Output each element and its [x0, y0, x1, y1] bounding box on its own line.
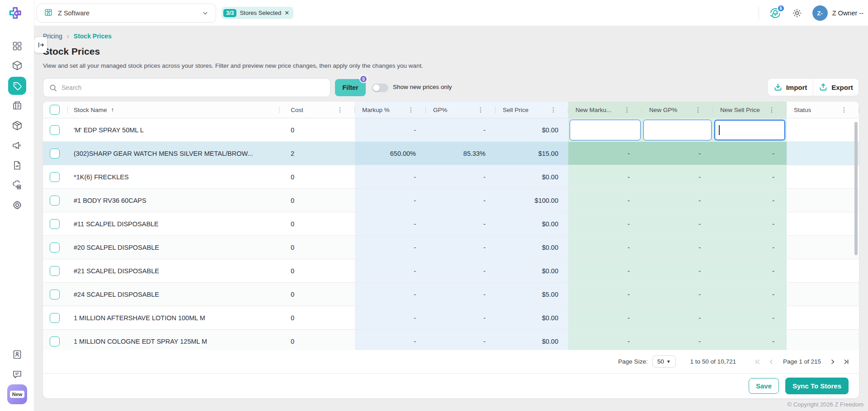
row-checkbox[interactable] — [50, 172, 60, 182]
register-icon[interactable] — [12, 100, 23, 111]
table-row[interactable]: #1 BODY RV36 60CAPS0--$100.00--- — [43, 189, 859, 212]
table-row[interactable]: 1 MILLION COLOGNE EDT SPRAY 125ML M0--$0… — [43, 330, 859, 350]
table-header: Stock Name↑ Cost⋮ Markup %⋮ GP%⋮ Sell Pr… — [43, 102, 859, 118]
dashboard-grid-icon[interactable] — [12, 41, 23, 51]
table-row[interactable]: 1 MILLION AFTERSHAVE LOTION 100ML M0--$0… — [43, 306, 859, 330]
reports-file-icon[interactable] — [12, 160, 23, 171]
column-header-new-gp[interactable]: New GP%⋮ — [642, 102, 713, 118]
contacts-card-icon[interactable] — [12, 349, 23, 360]
cell-sell-price: $15.00 — [495, 142, 568, 165]
cell-cost: 0 — [279, 236, 355, 259]
row-checkbox[interactable] — [50, 313, 60, 323]
settings-gear-icon[interactable] — [12, 200, 23, 210]
search-input[interactable] — [61, 84, 325, 91]
show-new-prices-toggle[interactable] — [372, 84, 388, 92]
column-menu-icon[interactable]: ⋮ — [624, 107, 630, 113]
cell-new-markup: - — [568, 306, 642, 329]
column-header-markup[interactable]: Markup %⋮ — [355, 102, 426, 118]
packages-cube-icon[interactable] — [12, 120, 23, 131]
cell-new-markup-input[interactable] — [570, 120, 641, 140]
row-checkbox[interactable] — [50, 149, 60, 159]
page-size-select[interactable]: 50 ▼ — [652, 355, 676, 368]
previous-page-button[interactable] — [766, 356, 777, 367]
cell-sell-price: $100.00 — [495, 189, 568, 212]
cell-new-sell-price-input[interactable] — [714, 120, 785, 140]
close-icon[interactable]: ✕ — [284, 10, 289, 16]
column-header-new-sell-price[interactable]: New Sell Price⋮ — [713, 102, 787, 118]
column-header-cost[interactable]: Cost⋮ — [279, 102, 355, 118]
column-menu-icon[interactable]: ⋮ — [477, 107, 484, 113]
vertical-scrollbar-thumb[interactable] — [854, 122, 858, 255]
search-icon — [49, 84, 57, 92]
column-menu-icon[interactable]: ⋮ — [337, 107, 343, 113]
products-cube-icon[interactable] — [12, 60, 23, 71]
cell-cost: 0 — [279, 165, 355, 188]
import-button[interactable]: Import — [768, 79, 813, 96]
sidebar: New — [0, 0, 34, 411]
table-row[interactable]: #20 SCALPEL DISPOSABLE0--$0.00--- — [43, 236, 859, 259]
column-menu-icon[interactable]: ⋮ — [841, 107, 847, 113]
first-page-button[interactable] — [752, 356, 763, 367]
column-header-new-markup[interactable]: New Marku...⋮ — [568, 102, 642, 118]
table-row[interactable]: #11 SCALPEL DISPOSABLE0--$0.00--- — [43, 212, 859, 236]
cell-new-sell-price: - — [713, 330, 787, 350]
import-icon — [774, 83, 783, 92]
table-row[interactable]: #24 SCALPEL DISPOSABLE0--$5.00--- — [43, 283, 859, 306]
column-menu-icon[interactable]: ⋮ — [408, 107, 414, 113]
row-checkbox[interactable] — [50, 266, 60, 276]
row-checkbox[interactable] — [50, 243, 60, 252]
cell-markup: - — [355, 259, 426, 282]
select-all-checkbox[interactable] — [50, 105, 60, 115]
user-menu[interactable]: Z- Z Owner -- — [812, 5, 863, 21]
new-feature-button[interactable]: New — [7, 384, 27, 404]
export-icon — [819, 83, 828, 92]
export-button[interactable]: Export — [813, 79, 859, 96]
column-header-gp[interactable]: GP%⋮ — [426, 102, 495, 118]
breadcrumb-separator-icon: › — [67, 32, 69, 40]
stores-selected-badge[interactable]: 3/3 Stores Selected ✕ — [222, 7, 293, 19]
app-logo[interactable] — [7, 5, 24, 22]
row-checkbox[interactable] — [50, 336, 60, 346]
column-menu-icon[interactable]: ⋮ — [695, 107, 701, 113]
row-checkbox[interactable] — [50, 290, 60, 299]
cell-new-gp-input[interactable] — [643, 120, 712, 140]
marketing-megaphone-icon[interactable] — [12, 140, 23, 151]
integrations-cloud-icon[interactable] — [12, 180, 23, 191]
sync-to-stores-button[interactable]: Sync To Stores — [785, 378, 849, 394]
cell-stock-name: *1K(6) FRECKLES — [68, 165, 279, 188]
table-row[interactable]: (302)SHARP GEAR WATCH MENS SILVER METAL/… — [43, 142, 859, 165]
column-menu-icon[interactable]: ⋮ — [550, 107, 557, 113]
column-menu-icon[interactable]: ⋮ — [769, 107, 775, 113]
table-row[interactable]: 'M' EDP SPRAY 50ML L0--$0.00 — [43, 118, 859, 142]
next-page-button[interactable] — [827, 356, 838, 367]
last-page-button[interactable] — [841, 356, 852, 367]
cell-new-sell-price: - — [713, 212, 787, 235]
column-header-stock-name[interactable]: Stock Name↑ — [68, 102, 279, 118]
row-checkbox[interactable] — [50, 196, 60, 206]
table-row[interactable]: *1K(6) FRECKLES0--$0.00--- — [43, 165, 859, 189]
column-header-sell-price[interactable]: Sell Price⋮ — [495, 102, 568, 118]
toggle-label: Show new prices only — [393, 84, 452, 90]
cell-sell-price: $0.00 — [495, 330, 568, 350]
sidebar-expand-button[interactable] — [34, 37, 47, 53]
theme-sun-icon[interactable] — [792, 8, 802, 19]
notifications-bell-icon[interactable]: 6 — [769, 7, 782, 19]
row-checkbox[interactable] — [50, 125, 60, 135]
row-checkbox-cell — [43, 118, 68, 141]
cell-gp: - — [426, 283, 495, 306]
cell-stock-name: 1 MILLION AFTERSHAVE LOTION 100ML M — [68, 306, 279, 329]
org-selector[interactable]: Z Software — [37, 4, 216, 23]
column-header-status[interactable]: Status⋮ — [787, 102, 859, 118]
row-checkbox[interactable] — [50, 219, 60, 229]
cell-new-markup: - — [568, 236, 642, 259]
toggle-knob — [373, 84, 380, 91]
cell-new-markup: - — [568, 283, 642, 306]
save-button[interactable]: Save — [749, 378, 779, 394]
search-box[interactable] — [43, 78, 330, 97]
pricing-tag-icon[interactable] — [8, 77, 26, 95]
actions-footer: Save Sync To Stores — [43, 373, 859, 398]
table-row[interactable]: #21 SCALPEL DISPOSABLE0--$0.00--- — [43, 259, 859, 283]
cell-sell-price: $5.00 — [495, 283, 568, 306]
chat-message-icon[interactable] — [12, 369, 23, 380]
cell-sell-price: $0.00 — [495, 118, 568, 141]
